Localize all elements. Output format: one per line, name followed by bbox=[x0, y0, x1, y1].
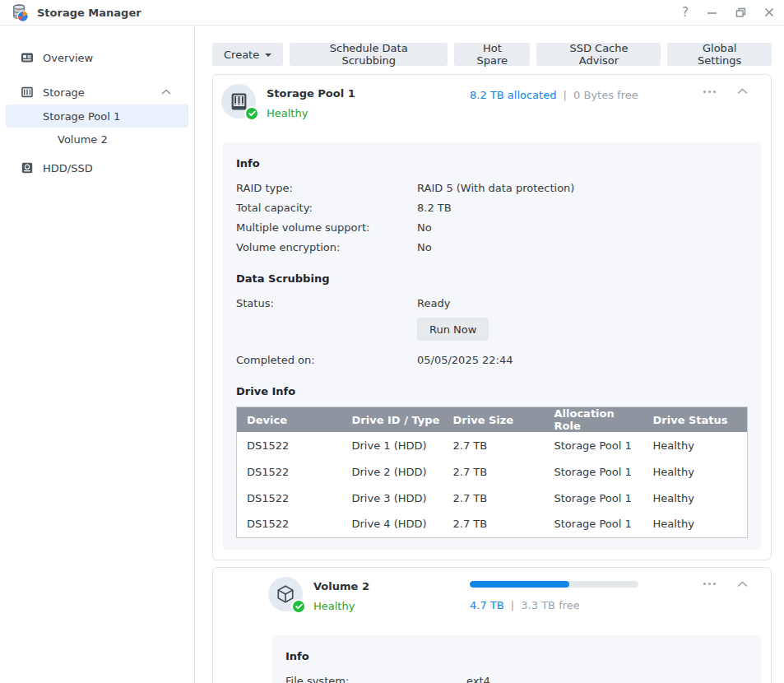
button-label: Global Settings bbox=[679, 42, 760, 67]
volume-progress-bar bbox=[470, 581, 638, 588]
volume-card-actions bbox=[703, 581, 748, 588]
sidebar-label: Storage bbox=[43, 86, 85, 99]
cell-device: DS1522 bbox=[237, 458, 342, 485]
table-header-row: Device Drive ID / Type Drive Size Alloca… bbox=[237, 407, 748, 433]
table-row[interactable]: DS1522 Drive 4 (HDD) 2.7 TB Storage Pool… bbox=[237, 511, 748, 537]
storage-pool-titles: Storage Pool 1 Healthy bbox=[267, 87, 355, 119]
card-title: Storage Pool 1 bbox=[267, 87, 355, 100]
sidebar-item-volume-2[interactable]: Volume 2 bbox=[6, 128, 188, 151]
column-header-device[interactable]: Device bbox=[237, 407, 342, 433]
healthy-check-icon bbox=[244, 106, 259, 121]
run-now-button[interactable]: Run Now bbox=[417, 318, 489, 341]
pool-card-actions bbox=[703, 88, 748, 95]
data-scrubbing-heading: Data Scrubbing bbox=[236, 271, 748, 287]
info-row: Volume encryption: No bbox=[236, 238, 748, 258]
info-value: No bbox=[417, 218, 432, 238]
hot-spare-button[interactable]: Hot Spare bbox=[454, 43, 530, 66]
collapse-chevron-icon[interactable] bbox=[737, 581, 748, 588]
cell-drive-id: Drive 1 (HDD) bbox=[342, 432, 443, 458]
global-settings-button[interactable]: Global Settings bbox=[667, 43, 772, 66]
cell-drive-id: Drive 2 (HDD) bbox=[342, 458, 443, 485]
storage-pool-icon bbox=[221, 84, 256, 118]
button-label: Schedule Data Scrubbing bbox=[301, 42, 436, 67]
cell-drive-id: Drive 3 (HDD) bbox=[342, 485, 443, 511]
status-value: Ready bbox=[417, 294, 450, 314]
sidebar-label: Storage Pool 1 bbox=[43, 110, 120, 123]
volume-detail-panel: Info File system: ext4 Total capacity: 8… bbox=[272, 635, 761, 683]
sidebar-item-overview[interactable]: Overview bbox=[0, 45, 194, 70]
info-row: Multiple volume support: No bbox=[236, 218, 748, 238]
free-value: 3.3 TB free bbox=[521, 599, 579, 611]
info-heading: Info bbox=[236, 156, 748, 172]
storage-pool-card-header: Storage Pool 1 Healthy 8.2 TB allocated … bbox=[213, 75, 771, 142]
status-label: Status: bbox=[236, 294, 417, 314]
more-options-icon[interactable] bbox=[703, 91, 716, 93]
info-row: RAID type: RAID 5 (With data protection) bbox=[236, 179, 748, 198]
hdd-icon bbox=[21, 161, 34, 174]
chevron-up-icon[interactable] bbox=[161, 89, 171, 95]
app-icon bbox=[11, 3, 29, 22]
separator: | bbox=[564, 89, 567, 101]
cell-drive-status: Healthy bbox=[643, 432, 748, 458]
scrubbing-completed-row: Completed on: 05/05/2025 22:44 bbox=[236, 351, 748, 370]
volume-card: Volume 2 Healthy 4.7 TB | 3.3 TB free bbox=[212, 567, 772, 683]
minimize-icon[interactable] bbox=[707, 7, 717, 18]
cell-device: DS1522 bbox=[237, 432, 342, 458]
cell-drive-size: 2.7 TB bbox=[443, 432, 545, 458]
help-icon[interactable]: ? bbox=[682, 7, 689, 19]
column-header-allocation-role[interactable]: Allocation Role bbox=[545, 407, 643, 433]
cell-drive-size: 2.7 TB bbox=[443, 485, 545, 511]
sidebar-item-storage-pool-1[interactable]: Storage Pool 1 bbox=[6, 105, 188, 128]
pool-usage-summary: 8.2 TB allocated | 0 Bytes free bbox=[470, 89, 638, 101]
cell-allocation-role: Storage Pool 1 bbox=[545, 485, 643, 511]
cell-device: DS1522 bbox=[237, 485, 342, 511]
info-label: Volume encryption: bbox=[236, 238, 417, 258]
info-row: File system: ext4 bbox=[285, 671, 748, 683]
caret-down-icon bbox=[265, 53, 271, 57]
cell-drive-status: Healthy bbox=[643, 458, 748, 485]
healthy-check-icon bbox=[291, 599, 306, 614]
completed-label: Completed on: bbox=[236, 351, 417, 370]
card-title: Volume 2 bbox=[313, 580, 369, 592]
title-bar: Storage Manager ? bbox=[0, 0, 784, 26]
column-header-drive-id[interactable]: Drive ID / Type bbox=[342, 407, 443, 433]
maximize-icon[interactable] bbox=[735, 7, 746, 18]
app-title: Storage Manager bbox=[37, 7, 141, 19]
status-text: Healthy bbox=[267, 107, 355, 119]
collapse-chevron-icon[interactable] bbox=[737, 88, 748, 95]
drive-info-heading: Drive Info bbox=[236, 383, 748, 400]
sidebar: Overview Storage Storage Pool 1 Volume 2 bbox=[0, 26, 195, 683]
button-label: SSD Cache Advisor bbox=[548, 42, 649, 67]
table-row[interactable]: DS1522 Drive 3 (HDD) 2.7 TB Storage Pool… bbox=[237, 485, 748, 511]
cell-drive-size: 2.7 TB bbox=[443, 511, 545, 537]
drive-info-table: Device Drive ID / Type Drive Size Alloca… bbox=[236, 407, 748, 538]
column-header-drive-status[interactable]: Drive Status bbox=[643, 407, 748, 433]
sidebar-item-hdd-ssd[interactable]: HDD/SSD bbox=[0, 156, 194, 180]
used-value: 4.7 TB bbox=[470, 599, 504, 611]
create-button[interactable]: Create bbox=[212, 43, 283, 66]
sidebar-item-storage[interactable]: Storage bbox=[0, 80, 194, 105]
info-heading: Info bbox=[285, 648, 748, 665]
volume-usage-summary: 4.7 TB | 3.3 TB free bbox=[470, 599, 638, 611]
volume-card-header: Volume 2 Healthy 4.7 TB | 3.3 TB free bbox=[213, 568, 771, 635]
main-content: Create Schedule Data Scrubbing Hot Spare… bbox=[195, 26, 784, 683]
table-row[interactable]: DS1522 Drive 2 (HDD) 2.7 TB Storage Pool… bbox=[237, 458, 748, 485]
info-value: RAID 5 (With data protection) bbox=[417, 179, 574, 198]
info-label: Total capacity: bbox=[236, 198, 417, 218]
pool-detail-panel: Info RAID type: RAID 5 (With data protec… bbox=[223, 142, 761, 550]
allocated-value: 8.2 TB allocated bbox=[470, 89, 556, 101]
more-options-icon[interactable] bbox=[703, 583, 716, 585]
schedule-data-scrubbing-button[interactable]: Schedule Data Scrubbing bbox=[290, 43, 448, 66]
cell-drive-id: Drive 4 (HDD) bbox=[342, 511, 443, 537]
volume-icon bbox=[268, 577, 303, 611]
info-label: File system: bbox=[285, 671, 466, 683]
cell-drive-size: 2.7 TB bbox=[443, 458, 545, 485]
column-header-drive-size[interactable]: Drive Size bbox=[443, 407, 545, 433]
info-label: Multiple volume support: bbox=[236, 218, 417, 238]
info-value: ext4 bbox=[466, 671, 490, 683]
info-value: 8.2 TB bbox=[417, 198, 452, 218]
close-icon[interactable] bbox=[764, 7, 774, 17]
table-row[interactable]: DS1522 Drive 1 (HDD) 2.7 TB Storage Pool… bbox=[237, 432, 748, 458]
cell-allocation-role: Storage Pool 1 bbox=[545, 458, 643, 485]
ssd-cache-advisor-button[interactable]: SSD Cache Advisor bbox=[536, 43, 661, 66]
